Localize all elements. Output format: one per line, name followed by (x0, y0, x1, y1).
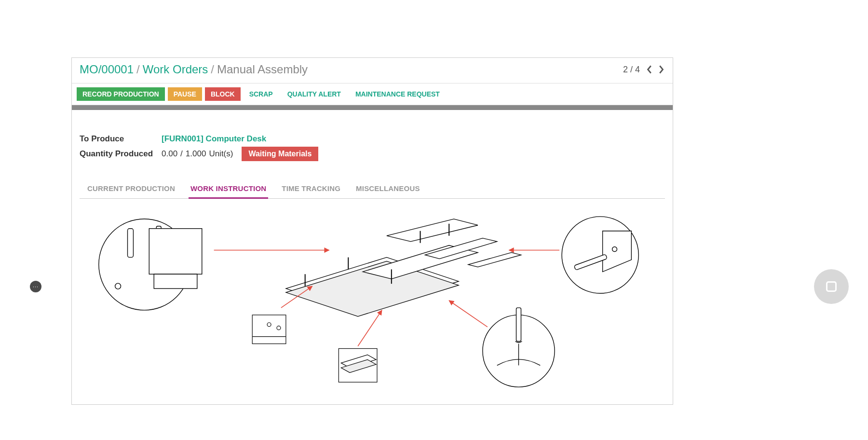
pager-text: 2 / 4 (623, 65, 640, 75)
maintenance-request-link[interactable]: MAINTENANCE REQUEST (350, 87, 446, 101)
header-row: MO/00001 / Work Orders / Manual Assembly… (72, 58, 673, 83)
qty-sep: / (180, 149, 183, 159)
svg-rect-12 (516, 308, 521, 342)
svg-point-9 (612, 247, 617, 252)
tab-time-tracking[interactable]: TIME TRACKING (280, 180, 342, 199)
svg-point-4 (115, 283, 121, 289)
to-produce-row: To Produce [FURN001] Computer Desk (80, 134, 665, 144)
svg-line-36 (449, 301, 488, 327)
tablet-camera-dot: ··· (30, 281, 41, 292)
tab-work-instruction[interactable]: WORK INSTRUCTION (189, 180, 268, 199)
body-section: To Produce [FURN001] Computer Desk Quant… (72, 110, 673, 404)
svg-rect-25 (252, 315, 286, 344)
breadcrumb-sep: / (211, 63, 214, 76)
qty-unit: Unit(s) (209, 149, 233, 159)
svg-rect-6 (154, 274, 197, 289)
tablet-home-button[interactable] (814, 269, 849, 304)
tab-row: CURRENT PRODUCTION WORK INSTRUCTION TIME… (80, 180, 665, 199)
to-produce-label: To Produce (80, 134, 157, 144)
action-bar: RECORD PRODUCTION PAUSE BLOCK SCRAP QUAL… (72, 83, 673, 105)
svg-rect-5 (149, 229, 202, 275)
svg-marker-19 (468, 252, 521, 267)
pager-next-icon[interactable] (658, 65, 665, 74)
breadcrumb-mo[interactable]: MO/00001 (80, 63, 134, 76)
block-button[interactable]: BLOCK (205, 87, 241, 101)
tab-miscellaneous[interactable]: MISCELLANEOUS (354, 180, 422, 199)
pager: 2 / 4 (623, 65, 665, 75)
breadcrumb: MO/00001 / Work Orders / Manual Assembly (80, 63, 308, 76)
quantity-value: 0.00 / 1.000 Unit(s) (162, 149, 233, 159)
breadcrumb-sep: / (136, 63, 140, 76)
quality-alert-link[interactable]: QUALITY ALERT (282, 87, 347, 101)
work-instruction-image (80, 202, 665, 395)
quantity-row: Quantity Produced 0.00 / 1.000 Unit(s) W… (80, 147, 665, 161)
thick-separator (72, 105, 673, 110)
quantity-label: Quantity Produced (80, 149, 157, 159)
work-order-detail-panel: MO/00001 / Work Orders / Manual Assembly… (71, 57, 673, 405)
svg-marker-17 (387, 219, 478, 242)
product-link[interactable]: [FURN001] Computer Desk (162, 134, 266, 144)
qty-done: 0.00 (162, 149, 177, 159)
pager-prev-icon[interactable] (646, 65, 652, 74)
status-badge: Waiting Materials (242, 147, 318, 161)
qty-total: 1.000 (186, 149, 206, 159)
record-production-button[interactable]: RECORD PRODUCTION (77, 87, 165, 101)
assembly-diagram-icon (80, 202, 665, 395)
pause-button[interactable]: PAUSE (168, 87, 202, 101)
home-icon (826, 281, 837, 292)
scrap-link[interactable]: SCRAP (244, 87, 279, 101)
svg-rect-1 (128, 229, 134, 258)
breadcrumb-work-orders[interactable]: Work Orders (143, 63, 208, 76)
svg-point-27 (277, 326, 281, 330)
tab-current-production[interactable]: CURRENT PRODUCTION (85, 180, 177, 199)
breadcrumb-current: Manual Assembly (217, 63, 308, 76)
svg-point-26 (267, 323, 271, 327)
